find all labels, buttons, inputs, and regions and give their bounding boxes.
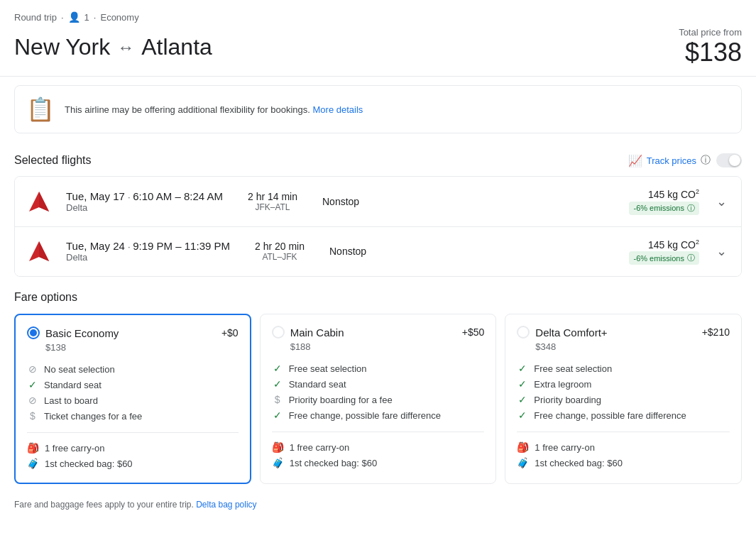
- fare-feature: ✓ Standard seat: [27, 377, 239, 392]
- emissions-info-icon-2[interactable]: ⓘ: [687, 253, 695, 263]
- fare-feature: ✓ Standard seat: [272, 376, 485, 392]
- fare-feature: ⊘ Last to board: [27, 392, 239, 408]
- baggage-item: 🎒 1 free carry-on: [517, 439, 730, 455]
- fare-card-header-2: Delta Comfort+ +$210: [517, 326, 730, 339]
- no-icon: ⊘: [27, 363, 38, 375]
- fare-features-0: ⊘ No seat selection ✓ Standard seat ⊘ La…: [27, 361, 239, 424]
- emissions-badge-2: -6% emissions ⓘ: [629, 251, 699, 265]
- fare-name-0: Basic Economy: [45, 327, 119, 339]
- check-icon: ✓: [272, 410, 283, 421]
- baggage-item: 🧳 1st checked bag: $60: [27, 456, 239, 471]
- checked-bag-icon: 🧳: [27, 458, 39, 469]
- baggage-item: 🎒 1 free carry-on: [27, 440, 239, 456]
- separator-dot2: ·: [94, 12, 97, 23]
- emissions-info-icon[interactable]: ⓘ: [687, 203, 695, 214]
- total-price: $138: [679, 38, 742, 67]
- fare-name-2: Delta Comfort+: [535, 326, 607, 339]
- fare-feature: ✓ Priority boarding: [517, 392, 730, 407]
- delta-bag-policy-link[interactable]: Delta bag policy: [196, 500, 256, 510]
- check-icon: ✓: [272, 378, 283, 390]
- cabin-class-label: Economy: [100, 12, 138, 23]
- fare-price-diff-1: +$50: [462, 326, 485, 338]
- fare-options-section: Fare options Basic Economy +$0 $138 ⊘ No…: [0, 277, 756, 493]
- fare-baggage-1: 🎒 1 free carry-on 🧳 1st checked bag: $60: [272, 439, 485, 471]
- fare-feature: ✓ Free seat selection: [517, 361, 730, 376]
- track-prices-label: Track prices: [647, 155, 696, 166]
- baggage-item: 🎒 1 free carry-on: [272, 439, 485, 455]
- svg-marker-3: [39, 241, 49, 261]
- page-header: Round trip · 👤 1 · Economy New York ↔ At…: [0, 0, 756, 77]
- fare-card-delta-comfort[interactable]: Delta Comfort+ +$210 $348 ✓ Free seat se…: [505, 314, 742, 484]
- fare-feature: ✓ Free change, possible fare difference: [272, 407, 485, 423]
- flight-1-emissions: 145 kg CO2 -6% emissions ⓘ: [393, 188, 699, 215]
- emissions-badge-1: -6% emissions ⓘ: [629, 202, 699, 215]
- fare-price-diff-2: +$210: [702, 326, 730, 338]
- dollar-icon: $: [27, 410, 38, 422]
- destination-city: Atlanta: [141, 34, 212, 60]
- fare-radio-delta-comfort[interactable]: [517, 326, 530, 339]
- check-icon: ✓: [517, 378, 528, 390]
- fare-features-1: ✓ Free seat selection ✓ Standard seat $ …: [272, 361, 485, 423]
- fare-base-price-2: $348: [535, 341, 730, 352]
- fare-card-main-cabin[interactable]: Main Cabin +$50 $188 ✓ Free seat selecti…: [260, 314, 497, 484]
- fare-radio-main-cabin[interactable]: [272, 326, 285, 339]
- price-label: Total price from: [679, 27, 742, 38]
- flights-list: Tue, May 17 · 6:10 AM – 8:24 AM Delta 2 …: [14, 176, 742, 277]
- track-icon: 📈: [628, 154, 642, 167]
- fare-feature: $ Priority boarding for a fee: [272, 392, 485, 407]
- track-prices-button[interactable]: 📈 Track prices ⓘ: [628, 154, 711, 167]
- checked-bag-icon: 🧳: [517, 457, 529, 468]
- fare-card-basic-economy[interactable]: Basic Economy +$0 $138 ⊘ No seat selecti…: [14, 314, 251, 484]
- trip-type-label: Round trip: [14, 12, 57, 23]
- fare-base-price-1: $188: [290, 341, 485, 352]
- fare-radio-basic-economy[interactable]: [27, 326, 40, 339]
- carry-on-icon: 🎒: [27, 442, 39, 454]
- fare-base-price-0: $138: [45, 342, 239, 353]
- fare-feature: ✓ Free seat selection: [272, 361, 485, 376]
- check-icon: ✓: [517, 363, 528, 374]
- fare-price-diff-0: +$0: [221, 327, 239, 339]
- fare-feature: ✓ Free change, possible fare difference: [517, 407, 730, 423]
- separator-dot: ·: [61, 12, 64, 23]
- flight-row: Tue, May 17 · 6:10 AM – 8:24 AM Delta 2 …: [15, 177, 741, 227]
- baggage-item: 🧳 1st checked bag: $60: [272, 455, 485, 471]
- airline-logo-2: [26, 238, 52, 264]
- flight-2-expand[interactable]: ⌄: [713, 241, 730, 262]
- selected-flights-section: Selected flights 📈 Track prices ⓘ Tue, M…: [0, 142, 756, 277]
- flexibility-icon: 📋: [26, 96, 55, 123]
- passenger-icon: 👤: [68, 11, 80, 23]
- route-arrow: ↔: [117, 38, 134, 57]
- route-price-row: New York ↔ Atlanta Total price from $138: [14, 27, 742, 67]
- route-display: New York ↔ Atlanta: [14, 34, 212, 60]
- check-icon: ✓: [517, 410, 528, 421]
- fare-baggage-0: 🎒 1 free carry-on 🧳 1st checked bag: $60: [27, 440, 239, 471]
- flight-1-duration: 2 hr 14 min JFK–ATL: [237, 191, 308, 212]
- fare-options-title: Fare options: [14, 291, 742, 304]
- checked-bag-icon: 🧳: [272, 457, 284, 468]
- fare-baggage-2: 🎒 1 free carry-on 🧳 1st checked bag: $60: [517, 439, 730, 471]
- fare-feature: $ Ticket changes for a fee: [27, 408, 239, 424]
- check-icon: ✓: [272, 363, 283, 374]
- selected-flights-title: Selected flights: [14, 154, 92, 167]
- flexibility-text: This airline may be offering additional …: [65, 104, 363, 115]
- flight-2-time: Tue, May 24 · 9:19 PM – 11:39 PM: [66, 240, 230, 252]
- check-icon: ✓: [517, 394, 528, 405]
- more-details-link[interactable]: More details: [313, 104, 363, 115]
- fare-features-2: ✓ Free seat selection ✓ Extra legroom ✓ …: [517, 361, 730, 423]
- fare-name-1: Main Cabin: [290, 326, 344, 339]
- fare-card-header-1: Main Cabin +$50: [272, 326, 485, 339]
- svg-marker-1: [39, 192, 49, 211]
- footer-note: Fare and baggage fees apply to your enti…: [0, 493, 756, 521]
- flight-1-expand[interactable]: ⌄: [713, 191, 730, 212]
- no-icon: ⊘: [27, 395, 38, 406]
- flight-2-info: Tue, May 24 · 9:19 PM – 11:39 PM Delta: [66, 240, 230, 263]
- flight-row-2: Tue, May 24 · 9:19 PM – 11:39 PM Delta 2…: [15, 227, 741, 277]
- flight-1-time: Tue, May 17 · 6:10 AM – 8:24 AM: [66, 190, 223, 202]
- flight-2-duration: 2 hr 20 min ATL–JFK: [244, 241, 315, 262]
- info-icon[interactable]: ⓘ: [701, 154, 711, 167]
- airline-logo-1: [26, 189, 52, 214]
- passenger-count: 1: [84, 12, 89, 23]
- origin-city: New York: [14, 34, 110, 60]
- check-icon: ✓: [27, 379, 38, 390]
- track-prices-toggle[interactable]: [716, 153, 742, 167]
